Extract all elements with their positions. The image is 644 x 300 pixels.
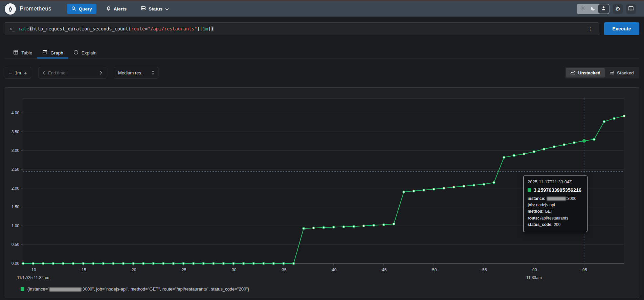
- dark-theme-button[interactable]: [588, 4, 598, 14]
- svg-text:11:33am: 11:33am: [526, 275, 542, 280]
- expression-input[interactable]: >_ rate(http_request_duration_seconds_co…: [5, 22, 599, 35]
- prometheus-logo-icon: [5, 3, 16, 15]
- svg-text::30: :30: [231, 268, 237, 272]
- end-time-placeholder[interactable]: End time: [48, 70, 97, 75]
- legend-text: {instance=":3000", job="nodejs-api", met…: [27, 286, 249, 292]
- tooltip-label-method: method: GET: [528, 208, 583, 215]
- tab-table-label: Table: [21, 50, 32, 55]
- svg-text:3.00: 3.00: [12, 148, 20, 153]
- end-time-picker[interactable]: End time: [39, 67, 106, 78]
- chevron-right-icon[interactable]: [99, 71, 103, 75]
- search-icon: [71, 6, 76, 12]
- stacked-button[interactable]: Stacked: [605, 68, 638, 77]
- chart-tooltip: 2025-11-17T11:33:04Z 3.2597633905356216 …: [523, 176, 587, 232]
- range-increase-button[interactable]: +: [21, 70, 29, 76]
- result-tabs: Table Graph Explain: [5, 47, 639, 59]
- svg-text::00: :00: [531, 268, 537, 272]
- tooltip-label-instance: instance: :3000: [528, 195, 583, 202]
- user-icon: [601, 6, 606, 12]
- graph-toolbar: − 1m + End time Medium res. Unstacked St…: [5, 67, 639, 78]
- sun-icon: [580, 5, 585, 12]
- svg-text:1.00: 1.00: [12, 224, 20, 228]
- nav-alerts[interactable]: Alerts: [102, 4, 131, 14]
- navbar-actions: ⚙: [577, 4, 636, 14]
- tooltip-label-job: job: nodejs-api: [528, 202, 583, 208]
- svg-text::05: :05: [581, 268, 587, 272]
- book-icon: [628, 6, 634, 12]
- nav-query-label: Query: [79, 6, 92, 11]
- brand[interactable]: Prometheus: [5, 3, 51, 15]
- nav-query[interactable]: Query: [67, 4, 96, 14]
- tooltip-label-route: route: /api/restaurants: [528, 215, 583, 222]
- tab-explain-label: Explain: [82, 50, 96, 55]
- tooltip-label-status-code: status_code: 200: [528, 222, 583, 228]
- app-title: Prometheus: [20, 5, 51, 12]
- nav-status[interactable]: Status: [136, 4, 173, 14]
- promql-expression[interactable]: rate(http_request_duration_seconds_count…: [18, 26, 582, 31]
- prometheus-app: Prometheus Query Alerts Status: [0, 0, 644, 300]
- svg-text::50: :50: [431, 268, 437, 272]
- info-icon: [73, 50, 79, 56]
- query-options-menu-icon[interactable]: ⋮: [586, 26, 594, 32]
- svg-text:1.50: 1.50: [12, 205, 20, 209]
- docs-button[interactable]: [626, 4, 636, 14]
- theme-toggle: [577, 4, 609, 14]
- chevron-left-icon[interactable]: [42, 71, 45, 75]
- svg-text:0.00: 0.00: [12, 261, 20, 266]
- svg-text::40: :40: [331, 268, 337, 272]
- svg-text:2.00: 2.00: [12, 186, 20, 191]
- tab-table[interactable]: Table: [8, 47, 37, 58]
- svg-text:3.50: 3.50: [12, 130, 20, 134]
- redacted-instance: [547, 197, 566, 201]
- stacking-toggle: Unstacked Stacked: [565, 67, 639, 78]
- nav-status-label: Status: [149, 6, 162, 11]
- tooltip-value-row: 3.2597633905356216: [528, 187, 583, 193]
- stack-icon: [141, 6, 146, 12]
- unstacked-button[interactable]: Unstacked: [566, 68, 605, 77]
- selector-chevrons-icon: [151, 70, 155, 75]
- svg-text:11/17/25 11:32am: 11/17/25 11:32am: [17, 275, 49, 280]
- navbar: Prometheus Query Alerts Status: [0, 1, 644, 17]
- nav-alerts-label: Alerts: [114, 6, 127, 11]
- svg-text:2.50: 2.50: [12, 167, 20, 172]
- settings-button[interactable]: ⚙: [613, 4, 623, 14]
- legend-swatch: [21, 287, 24, 291]
- svg-text::55: :55: [481, 268, 487, 272]
- svg-text::15: :15: [81, 268, 86, 272]
- range-value[interactable]: 1m: [15, 70, 21, 75]
- unstacked-label: Unstacked: [578, 70, 600, 75]
- redacted-instance: [49, 287, 81, 292]
- resolution-value: Medium res.: [118, 70, 151, 75]
- tab-graph-label: Graph: [50, 50, 63, 55]
- table-icon: [13, 50, 18, 56]
- auto-theme-button[interactable]: [598, 4, 609, 14]
- svg-text::10: :10: [30, 268, 36, 272]
- chart-line-icon: [570, 70, 575, 76]
- light-theme-button[interactable]: [577, 4, 588, 14]
- range-decrease-button[interactable]: −: [6, 70, 15, 76]
- svg-text::20: :20: [131, 268, 136, 272]
- execute-button[interactable]: Execute: [604, 22, 639, 35]
- svg-text::25: :25: [181, 268, 186, 272]
- stacked-label: Stacked: [617, 70, 634, 75]
- graph-panel: 0.000.501.001.502.002.503.003.504.00:10:…: [5, 87, 639, 298]
- moon-icon: [591, 6, 596, 12]
- svg-text::45: :45: [381, 268, 387, 272]
- resolution-select[interactable]: Medium res.: [114, 67, 158, 78]
- svg-text:4.00: 4.00: [12, 111, 20, 115]
- tooltip-value: 3.2597633905356216: [534, 187, 581, 193]
- bell-icon: [106, 6, 111, 12]
- query-row: >_ rate(http_request_duration_seconds_co…: [5, 22, 639, 35]
- range-selector: − 1m +: [5, 67, 31, 78]
- svg-text:0.50: 0.50: [12, 242, 20, 247]
- terminal-prompt-icon: >_: [10, 26, 14, 31]
- tab-explain[interactable]: Explain: [68, 47, 102, 58]
- gear-icon: ⚙: [615, 6, 620, 12]
- tab-graph[interactable]: Graph: [37, 47, 68, 58]
- tooltip-timestamp: 2025-11-17T11:33:04Z: [528, 179, 583, 184]
- series-swatch: [528, 188, 531, 192]
- chart-area-icon: [609, 70, 614, 76]
- graph-icon: [42, 50, 47, 56]
- series-legend[interactable]: {instance=":3000", job="nodejs-api", met…: [21, 286, 249, 292]
- svg-text::35: :35: [281, 268, 287, 272]
